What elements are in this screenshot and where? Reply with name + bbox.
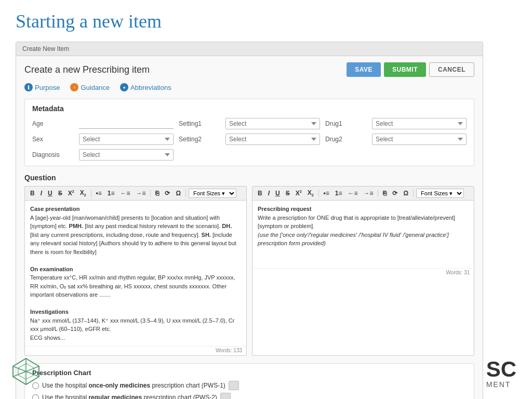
outdent-btn-right[interactable]: ←≡ xyxy=(345,189,360,197)
italic-btn-right[interactable]: I xyxy=(266,189,272,197)
underline-btn-right[interactable]: U xyxy=(273,189,282,197)
setting1-select[interactable]: Select xyxy=(225,118,320,129)
bold-btn-right[interactable]: B xyxy=(256,189,264,197)
card-title-row: Create a new Prescribing item SAVE SUBMI… xyxy=(24,62,474,77)
ol-btn-right[interactable]: 1≡ xyxy=(333,189,344,197)
left-toolbar: B I U S X2 X2 •≡ 1≡ ←≡ →≡ ⎘ xyxy=(25,187,246,201)
strike-btn-left[interactable]: S xyxy=(56,189,64,197)
setting2-label: Setting2 xyxy=(179,136,220,143)
cancel-button[interactable]: CANCEL xyxy=(429,62,474,77)
question-title: Question xyxy=(24,174,474,182)
indent-btn-right[interactable]: →≡ xyxy=(361,189,375,197)
sup-btn-right[interactable]: X2 xyxy=(294,189,304,197)
create-item-card: Create New Item Create a new Prescribing… xyxy=(16,42,483,399)
guidance-icon: ♀ xyxy=(70,83,78,91)
right-word-count: Words: 31 xyxy=(252,268,474,277)
form-title: Create a new Prescribing item xyxy=(24,64,150,75)
ol-btn-left[interactable]: 1≡ xyxy=(105,189,117,197)
age-label: Age xyxy=(32,120,74,127)
drug2-label: Drug2 xyxy=(325,136,367,143)
drug1-label: Drug1 xyxy=(325,120,367,127)
sep1-left xyxy=(91,190,91,197)
card-header: Create New Item xyxy=(16,42,483,56)
sep2-right xyxy=(378,190,378,197)
green-logo-icon xyxy=(10,356,42,387)
omega-btn-right[interactable]: Ω xyxy=(401,189,410,197)
submit-button[interactable]: SUBMIT xyxy=(384,62,426,77)
prescribing-request-editor[interactable]: Prescribing request Write a prescription… xyxy=(252,201,474,268)
strike-btn-right[interactable]: S xyxy=(284,189,292,197)
outdent-btn-left[interactable]: ←≡ xyxy=(118,189,132,197)
purpose-label: Purpose xyxy=(35,84,60,91)
purpose-icon: ℹ xyxy=(24,83,33,91)
pws2-image-icon xyxy=(220,393,231,399)
prescription-title: Prescription Chart xyxy=(32,369,467,377)
setting2-select[interactable]: Select xyxy=(225,134,320,145)
font-size-left[interactable]: Font Sizes ▾ xyxy=(189,189,236,198)
metadata-title: Metadata xyxy=(32,104,467,113)
sc-letters: SC xyxy=(486,358,516,380)
ul-btn-right[interactable]: •≡ xyxy=(322,189,331,197)
drug2-select[interactable]: Select xyxy=(372,134,467,145)
ment-word: MENT xyxy=(486,380,516,389)
pws1-label: Use the hospital once-only medicines pre… xyxy=(42,382,225,389)
question-panels: B I U S X2 X2 •≡ 1≡ ←≡ →≡ ⎘ xyxy=(24,186,474,356)
question-section: Question B I U S X2 X2 •≡ 1≡ xyxy=(24,174,474,356)
info-nav: ℹ Purpose ♀ Guidance ● Abbreviations xyxy=(24,83,474,91)
sep3-left xyxy=(185,190,186,197)
sex-select[interactable]: Select xyxy=(79,134,174,145)
pws1-image-icon xyxy=(229,381,239,390)
font-size-right[interactable]: Font Sizes ▾ xyxy=(416,189,464,198)
underline-btn-left[interactable]: U xyxy=(46,189,55,197)
sub-btn-right[interactable]: X2 xyxy=(305,189,316,197)
copy-btn-right[interactable]: ⎘ xyxy=(381,189,389,197)
sub-btn-left[interactable]: X2 xyxy=(78,189,88,197)
bottom-left-logo xyxy=(10,356,42,389)
action-buttons: SAVE SUBMIT CANCEL xyxy=(347,62,474,77)
page-title: Starting a new item xyxy=(16,10,516,32)
diagnosis-label: Diagnosis xyxy=(32,151,74,158)
indent-btn-left[interactable]: →≡ xyxy=(134,189,148,197)
sep1-right xyxy=(318,190,319,197)
case-presentation-editor[interactable]: Case presentation A [age]-year-old [man/… xyxy=(25,201,246,346)
metadata-section: Metadata Age Setting1 Select Drug1 Selec… xyxy=(24,99,474,166)
save-button[interactable]: SAVE xyxy=(347,62,381,77)
sex-label: Sex xyxy=(32,136,74,143)
pws2-radio[interactable] xyxy=(32,394,39,400)
diagnosis-select[interactable]: Select xyxy=(79,149,174,161)
case-presentation-panel: B I U S X2 X2 •≡ 1≡ ←≡ →≡ ⎘ xyxy=(24,186,247,356)
abbr-label: Abbreviations xyxy=(130,84,171,91)
abbreviations-tab[interactable]: ● Abbreviations xyxy=(120,83,171,91)
pws1-row: Use the hospital once-only medicines pre… xyxy=(32,381,467,390)
bottom-right-logo: SC MENT xyxy=(486,358,516,389)
right-toolbar: B I U S X2 X2 •≡ 1≡ ←≡ →≡ ⎘ xyxy=(252,187,474,201)
sep2-left xyxy=(150,190,151,197)
metadata-grid: Age Setting1 Select Drug1 Select Sex Sel… xyxy=(32,118,467,161)
setting1-label: Setting1 xyxy=(179,120,220,127)
purpose-tab[interactable]: ℹ Purpose xyxy=(24,83,60,91)
pws2-row: Use the hospital regular medicines presc… xyxy=(32,393,467,399)
ul-btn-left[interactable]: •≡ xyxy=(94,189,104,197)
pws2-label: Use the hospital regular medicines presc… xyxy=(42,394,217,399)
italic-btn-left[interactable]: I xyxy=(38,189,44,197)
age-input[interactable] xyxy=(79,119,174,129)
guidance-tab[interactable]: ♀ Guidance xyxy=(70,83,110,91)
undo-btn-right[interactable]: ⟳ xyxy=(390,189,400,197)
copy-btn-left[interactable]: ⎘ xyxy=(153,189,161,197)
abbr-icon: ● xyxy=(120,83,128,91)
drug1-select[interactable]: Select xyxy=(372,118,467,129)
left-word-count: Words: 133 xyxy=(25,346,246,355)
sep3-right xyxy=(413,190,414,197)
sup-btn-left[interactable]: X2 xyxy=(66,189,76,197)
prescribing-request-panel: B I U S X2 X2 •≡ 1≡ ←≡ →≡ ⎘ xyxy=(252,186,474,356)
card-body: Create a new Prescribing item SAVE SUBMI… xyxy=(16,56,483,399)
bold-btn-left[interactable]: B xyxy=(28,189,37,197)
prescription-chart-section: Prescription Chart Use the hospital once… xyxy=(24,363,474,399)
undo-btn-left[interactable]: ⟳ xyxy=(163,189,172,197)
omega-btn-left[interactable]: Ω xyxy=(174,189,183,197)
guidance-label: Guidance xyxy=(81,84,110,91)
